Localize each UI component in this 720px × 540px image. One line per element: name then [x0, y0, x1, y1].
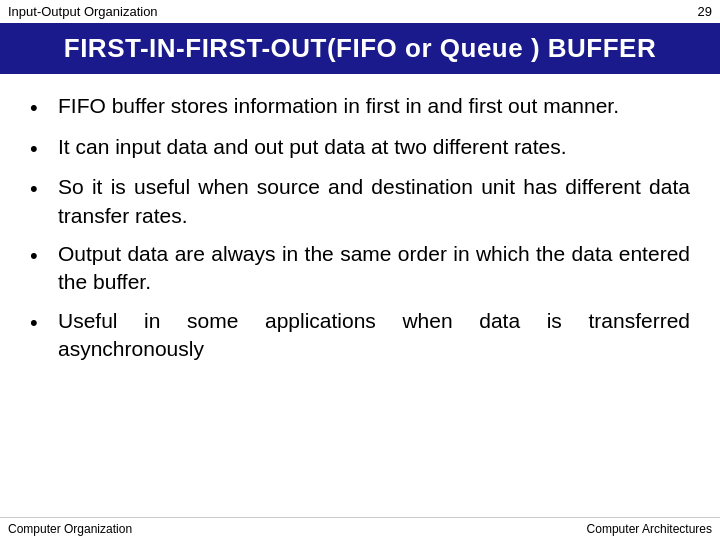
bullet-text-0: FIFO buffer stores information in first …: [58, 92, 690, 120]
page-number: 29: [698, 4, 712, 19]
top-bar: Input-Output Organization 29: [0, 0, 720, 23]
bullet-dot: •: [30, 93, 58, 123]
bottom-bar: Computer Organization Computer Architect…: [0, 517, 720, 540]
bullet-text-4: Useful in some applications when data is…: [58, 307, 690, 364]
slide-header: FIRST-IN-FIRST-OUT(FIFO or Queue ) BUFFE…: [0, 23, 720, 74]
bullet-dot: •: [30, 134, 58, 164]
bottom-right-label: Computer Architectures: [587, 522, 712, 536]
bullet-dot: •: [30, 174, 58, 204]
bullet-item: •FIFO buffer stores information in first…: [30, 92, 690, 123]
bullet-item: •Useful in some applications when data i…: [30, 307, 690, 364]
bullet-dot: •: [30, 308, 58, 338]
bullet-list: •FIFO buffer stores information in first…: [30, 92, 690, 363]
slide-content: •FIFO buffer stores information in first…: [0, 74, 720, 517]
bullet-item: •Output data are always in the same orde…: [30, 240, 690, 297]
bullet-dot: •: [30, 241, 58, 271]
top-bar-left-label: Input-Output Organization: [8, 4, 158, 19]
bullet-text-3: Output data are always in the same order…: [58, 240, 690, 297]
bottom-left-label: Computer Organization: [8, 522, 132, 536]
bullet-text-2: So it is useful when source and destinat…: [58, 173, 690, 230]
bullet-item: •So it is useful when source and destina…: [30, 173, 690, 230]
bullet-item: •It can input data and out put data at t…: [30, 133, 690, 164]
bullet-text-1: It can input data and out put data at tw…: [58, 133, 690, 161]
page-wrapper: Input-Output Organization 29 FIRST-IN-FI…: [0, 0, 720, 540]
